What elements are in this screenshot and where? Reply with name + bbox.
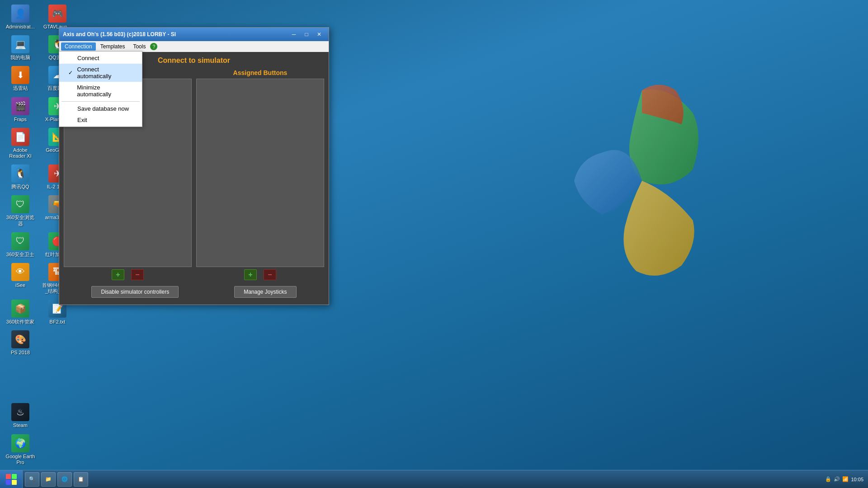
connect-checkmark <box>68 55 75 61</box>
explorer-icon: 📁 <box>45 476 52 482</box>
pc-label: 我的电脑 <box>10 55 30 61</box>
restore-button[interactable]: □ <box>301 30 312 39</box>
desktop-icon-360guard[interactable]: 🛡 360安全卫士 <box>2 230 38 260</box>
desktop-icon-ps2018[interactable]: 🎨 PS 2018 <box>2 328 38 358</box>
minimize-auto-checkmark <box>68 88 75 94</box>
desktop-icon-360mgr[interactable]: 📦 360软件管家 <box>2 297 38 327</box>
360mgr-label: 360软件管家 <box>6 319 34 325</box>
desktop-icon-steam[interactable]: ♨ Steam <box>2 401 38 431</box>
admin-label: Administrat... <box>6 24 35 30</box>
menu-templates[interactable]: Templates <box>97 42 129 51</box>
axis-remove-button[interactable]: − <box>131 269 144 280</box>
start-button[interactable] <box>0 470 23 488</box>
window-titlebar: Axis and Oh's (1.56 b03) (c)2018 LORBY -… <box>59 28 329 41</box>
360mgr-icon: 📦 <box>11 300 29 318</box>
save-db-checkmark <box>68 106 75 112</box>
window-title: Axis and Oh's (1.56 b03) (c)2018 LORBY -… <box>63 31 176 38</box>
ps2018-icon: 🎨 <box>11 330 29 348</box>
desktop-icon-download[interactable]: ⬇ 迅雷站 <box>2 64 38 94</box>
menu-connection[interactable]: Connection <box>61 42 96 51</box>
adobe-label: Adobe Reader XI <box>5 147 36 159</box>
taskbar-tray: 🔒 🔊 📶 10:05 <box>821 476 868 482</box>
buttons-remove-button[interactable]: − <box>264 269 276 280</box>
axis-controls: + − <box>64 269 192 280</box>
menu-connect-auto-item[interactable]: ✓ Connect automatically <box>59 64 142 82</box>
desktop-icon-tencent[interactable]: 🐧 腾讯QQ <box>2 162 38 192</box>
minimize-button[interactable]: ─ <box>288 30 300 39</box>
360guard-icon: 🛡 <box>11 232 29 250</box>
360guard-label: 360安全卫士 <box>6 252 34 258</box>
svg-rect-1 <box>12 474 17 479</box>
download-label: 迅雷站 <box>13 85 28 91</box>
google-earth-icon: 🌍 <box>11 434 29 452</box>
manage-joysticks-button[interactable]: Manage Joysticks <box>234 286 296 298</box>
svg-rect-3 <box>12 480 17 485</box>
menu-tools[interactable]: Tools <box>129 42 149 51</box>
gta-icon: 🎮 <box>48 5 66 23</box>
svg-rect-0 <box>6 474 11 479</box>
steam-label: Steam <box>13 422 28 428</box>
taskbar-item-browser[interactable]: 🌐 <box>57 472 72 487</box>
tray-icon-network: 📶 <box>842 476 849 482</box>
taskbar-clock: 10:05 <box>851 477 863 482</box>
desktop-icon-admin[interactable]: 👤 Administrat... <box>2 2 38 32</box>
taskbar-item-search[interactable]: 🔍 <box>25 472 39 487</box>
window-menubar: Connection Templates Tools ? <box>59 41 329 52</box>
adobe-icon: 📄 <box>11 128 29 146</box>
axis-add-button[interactable]: + <box>112 269 124 280</box>
isee-label: iSee <box>15 282 25 288</box>
desktop-icon-isee[interactable]: 👁 iSee <box>2 261 38 296</box>
menu-save-db-item[interactable]: Save database now <box>59 103 142 114</box>
menu-exit-item[interactable]: Exit <box>59 114 142 126</box>
taskbar: 🔍 📁 🌐 📋 🔒 🔊 📶 10:05 <box>0 470 868 488</box>
admin-icon: 👤 <box>11 5 29 23</box>
bf2-label: BF2.txt <box>50 319 66 325</box>
search-icon: 🔍 <box>29 476 35 482</box>
menu-connect-item[interactable]: Connect <box>59 52 142 64</box>
google-earth-label: Google Earth Pro <box>5 454 36 465</box>
menu-minimize-auto-item[interactable]: Minimize automatically <box>59 82 142 100</box>
bottom-buttons: Disable simulator controllers Manage Joy… <box>64 284 324 300</box>
connection-dropdown: Connect ✓ Connect automatically Minimize… <box>59 51 142 127</box>
isee-icon: 👁 <box>11 263 29 281</box>
svg-rect-2 <box>6 480 11 485</box>
browser-icon: 🌐 <box>61 476 68 482</box>
assigned-buttons-panel: Assigned Buttons + − <box>196 69 324 280</box>
pc-icon: 💻 <box>11 35 29 53</box>
unknown-icon: 📋 <box>78 476 84 482</box>
tencent-icon: 🐧 <box>11 164 29 183</box>
steam-icon: ♨ <box>11 403 29 421</box>
desktop-icon-google-earth[interactable]: 🌍 Google Earth Pro <box>2 432 38 468</box>
disable-simulator-button[interactable]: Disable simulator controllers <box>91 286 179 298</box>
assigned-buttons-controls: + − <box>196 269 324 280</box>
taskbar-item-unknown[interactable]: 📋 <box>74 472 88 487</box>
tray-icon-2: 🔊 <box>834 476 840 482</box>
desktop-icon-fraps[interactable]: 🎬 Fraps <box>2 95 38 125</box>
360safe-label: 360安全浏览器 <box>5 215 36 226</box>
desktop-icon-adobe[interactable]: 📄 Adobe Reader XI <box>2 126 38 161</box>
ps2018-label: PS 2018 <box>11 350 30 356</box>
download-icon: ⬇ <box>11 66 29 84</box>
taskbar-item-explorer[interactable]: 📁 <box>41 472 56 487</box>
fraps-icon: 🎬 <box>11 97 29 115</box>
connect-auto-checkmark: ✓ <box>68 70 75 76</box>
clock-time: 10:05 <box>851 477 863 482</box>
window-controls: ─ □ ✕ <box>288 30 325 39</box>
menu-separator <box>61 101 140 102</box>
assigned-buttons-panel-body <box>196 79 324 267</box>
windows-logo <box>552 68 732 294</box>
tencent-label: 腾讯QQ <box>11 184 29 190</box>
fraps-label: Fraps <box>14 117 27 122</box>
close-button[interactable]: ✕ <box>313 30 325 39</box>
exit-checkmark <box>68 117 75 123</box>
help-icon[interactable]: ? <box>150 43 157 50</box>
taskbar-items: 🔍 📁 🌐 📋 <box>23 470 821 488</box>
desktop-icon-pc[interactable]: 💻 我的电脑 <box>2 33 38 63</box>
desktop-icon-360safe[interactable]: 🛡 360安全浏览器 <box>2 193 38 229</box>
buttons-add-button[interactable]: + <box>244 269 257 280</box>
assigned-buttons-header: Assigned Buttons <box>196 69 324 76</box>
360safe-icon: 🛡 <box>11 195 29 213</box>
tray-icon-1: 🔒 <box>825 476 831 482</box>
